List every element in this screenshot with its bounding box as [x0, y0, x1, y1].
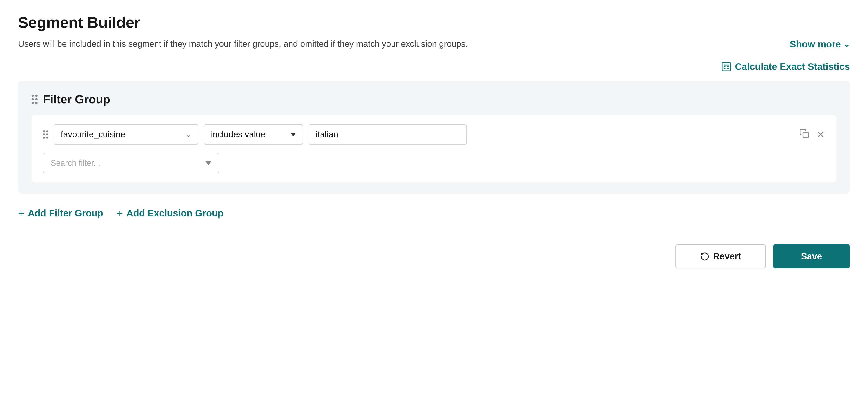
filter-inner-box: favourite_cuisine ⌄ includes value: [32, 115, 836, 182]
page-title: Segment Builder: [18, 13, 850, 31]
calculate-stats-label: Calculate Exact Statistics: [735, 61, 850, 72]
filter-row: favourite_cuisine ⌄ includes value: [43, 124, 825, 145]
filter-operator-value: includes value: [211, 130, 266, 139]
search-filter-row: Search filter...: [43, 153, 825, 173]
filter-field-select[interactable]: favourite_cuisine ⌄: [54, 124, 198, 145]
search-filter-placeholder: Search filter...: [51, 158, 100, 168]
show-more-label: Show more: [790, 39, 841, 50]
chevron-down-icon: ⌄: [843, 39, 850, 49]
copy-filter-button[interactable]: [799, 128, 809, 141]
filter-row-drag-handle[interactable]: [43, 130, 48, 139]
add-exclusion-group-plus-icon: +: [117, 207, 123, 219]
filter-group-title: Filter Group: [43, 92, 110, 106]
svg-rect-6: [803, 132, 809, 138]
footer-actions: Revert Save: [18, 238, 850, 269]
filter-field-value: favourite_cuisine: [61, 130, 125, 139]
filter-operator-select[interactable]: includes value: [204, 124, 303, 145]
revert-icon: [700, 252, 710, 261]
search-filter-select[interactable]: Search filter...: [43, 153, 219, 173]
add-filter-group-button[interactable]: + Add Filter Group: [18, 207, 103, 219]
filter-group-drag-handle[interactable]: [32, 95, 37, 104]
svg-rect-0: [722, 63, 731, 71]
calculator-icon: [721, 62, 731, 72]
revert-button[interactable]: Revert: [675, 244, 766, 269]
filter-value-input[interactable]: [309, 124, 467, 145]
filter-group: Filter Group: [18, 81, 850, 193]
add-exclusion-group-label: Add Exclusion Group: [126, 208, 223, 219]
revert-label: Revert: [713, 251, 741, 262]
search-filter-chevron-icon: [205, 161, 212, 165]
field-select-arrow-icon: ⌄: [185, 130, 191, 139]
filter-group-header: Filter Group: [32, 92, 836, 106]
filter-row-actions: ✕: [799, 128, 825, 141]
remove-filter-button[interactable]: ✕: [816, 128, 825, 141]
add-filter-group-plus-icon: +: [18, 207, 24, 219]
operator-select-arrow-icon: [290, 133, 296, 137]
save-button[interactable]: Save: [773, 244, 850, 269]
page-description: Users will be included in this segment i…: [18, 38, 468, 50]
bottom-actions: + Add Filter Group + Add Exclusion Group: [18, 207, 850, 219]
add-filter-group-label: Add Filter Group: [28, 208, 103, 219]
add-exclusion-group-button[interactable]: + Add Exclusion Group: [117, 207, 223, 219]
calculate-stats-button[interactable]: Calculate Exact Statistics: [721, 61, 850, 72]
show-more-button[interactable]: Show more ⌄: [790, 38, 850, 50]
